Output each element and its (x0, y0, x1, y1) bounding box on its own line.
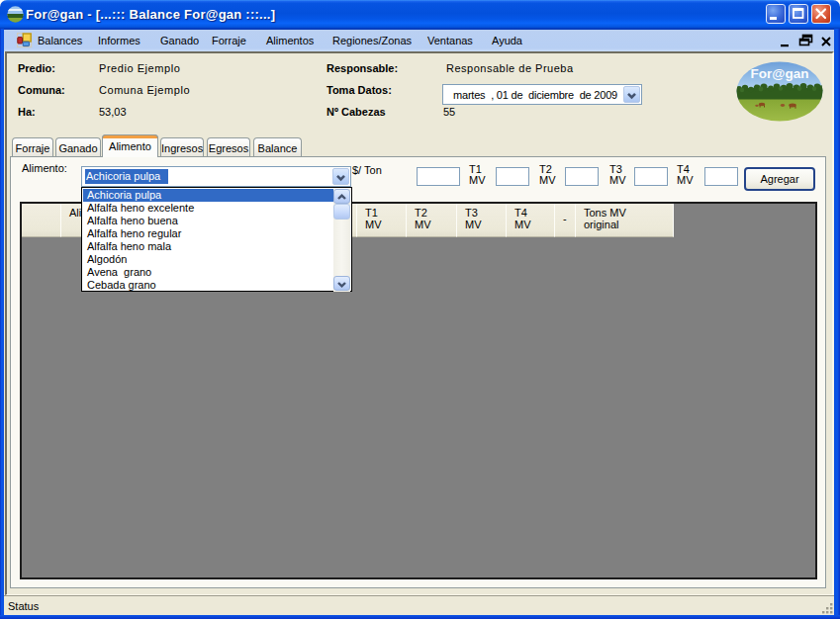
svg-text:For@gan: For@gan (751, 66, 809, 81)
